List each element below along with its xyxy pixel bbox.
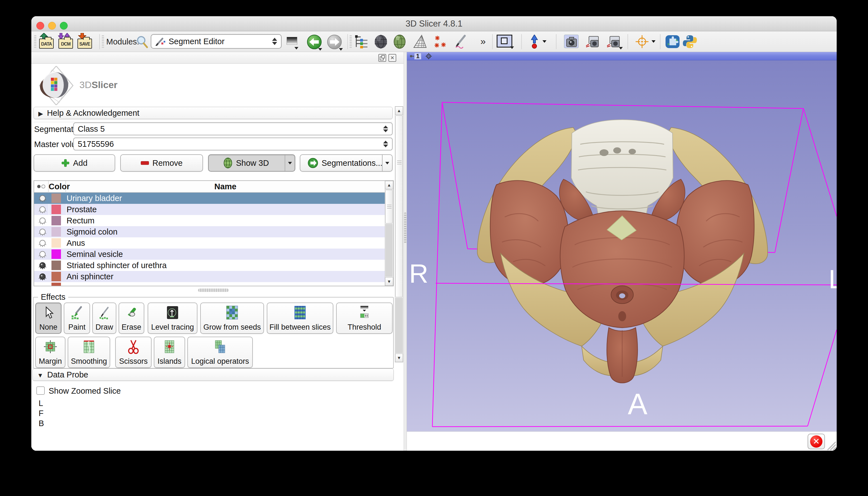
add-segment-button[interactable]: Add bbox=[34, 154, 115, 172]
undock-panel-button[interactable] bbox=[378, 54, 386, 62]
threed-canvas[interactable]: R L A bbox=[407, 60, 837, 431]
visibility-toggle-icon[interactable] bbox=[37, 261, 48, 269]
module-history-button[interactable] bbox=[286, 35, 298, 49]
scrollbar-thumb[interactable] bbox=[385, 190, 393, 223]
toolbar-handle[interactable] bbox=[102, 35, 104, 48]
visibility-toggle-icon[interactable] bbox=[37, 194, 48, 202]
view-label-chip[interactable]: 1 bbox=[414, 53, 421, 60]
effect-fill-between-slices-button[interactable]: Fill between slices bbox=[267, 303, 333, 334]
effect-erase-button[interactable]: Erase bbox=[119, 303, 144, 334]
pin-icon[interactable] bbox=[409, 53, 415, 59]
segment-row[interactable]: Prostate bbox=[34, 204, 385, 215]
segment-color-swatch[interactable] bbox=[51, 227, 61, 236]
volume-rendering-icon[interactable] bbox=[392, 35, 407, 49]
segment-color-swatch[interactable] bbox=[51, 261, 61, 270]
panel-viewport-splitter[interactable] bbox=[404, 52, 407, 451]
fiducial-icon[interactable] bbox=[433, 35, 448, 49]
segment-table-scrollbar[interactable]: ▲ ▼ bbox=[385, 181, 393, 286]
error-close-button[interactable]: ✕ bbox=[808, 434, 825, 449]
visibility-toggle-icon[interactable] bbox=[37, 205, 48, 214]
segmentations-module-button[interactable]: Segmentations... bbox=[300, 154, 393, 172]
remove-segment-button[interactable]: Remove bbox=[120, 154, 203, 172]
segmentation-combo[interactable]: Class 5 bbox=[73, 122, 393, 135]
segment-row[interactable]: Ani sphincter bbox=[34, 271, 385, 282]
name-column-header[interactable]: Name bbox=[66, 181, 385, 192]
master-volume-combo[interactable]: 51755596 bbox=[73, 138, 393, 151]
effect-islands-button[interactable]: Islands bbox=[154, 337, 185, 368]
volume-icon[interactable] bbox=[373, 35, 389, 49]
segment-row[interactable]: Seminal vesicle bbox=[34, 249, 385, 260]
scroll-down-button[interactable]: ▼ bbox=[385, 277, 393, 286]
visibility-toggle-icon[interactable] bbox=[37, 250, 48, 258]
effect-threshold-button[interactable]: Threshold bbox=[336, 303, 393, 334]
effect-grow-from-seeds-button[interactable]: Grow from seeds bbox=[200, 303, 264, 334]
help-acknowledgement-section[interactable]: ▶Help & Acknowledgement bbox=[34, 107, 393, 119]
scrollbar-thumb[interactable] bbox=[396, 115, 403, 297]
visibility-toggle-icon[interactable] bbox=[37, 272, 48, 281]
horizontal-splitter-handle[interactable] bbox=[198, 289, 229, 292]
visibility-column-header[interactable] bbox=[34, 181, 49, 192]
annotation-pencil-icon[interactable] bbox=[453, 35, 468, 49]
scrollbar-track[interactable] bbox=[396, 298, 403, 353]
dicom-button[interactable]: DCM bbox=[59, 35, 74, 49]
toolbar-handle[interactable] bbox=[350, 35, 352, 48]
module-spinner[interactable] bbox=[270, 36, 279, 46]
data-probe-section[interactable]: ▼Data Probe bbox=[32, 369, 394, 381]
crosshair-button[interactable] bbox=[635, 35, 657, 49]
mesh-icon[interactable] bbox=[412, 35, 427, 49]
close-panel-button[interactable]: ✕ bbox=[388, 54, 396, 62]
effect-paint-button[interactable]: Paint bbox=[64, 303, 90, 334]
segment-color-swatch[interactable] bbox=[51, 272, 61, 281]
show-3d-dropdown[interactable] bbox=[285, 155, 295, 171]
effect-smoothing-button[interactable]: Smoothing bbox=[68, 337, 110, 368]
segment-color-swatch[interactable] bbox=[51, 238, 61, 248]
module-hierarchy-icon[interactable] bbox=[355, 35, 369, 49]
scroll-up-button[interactable]: ▲ bbox=[395, 107, 403, 115]
segment-color-swatch[interactable] bbox=[51, 216, 61, 226]
screenshot-button[interactable] bbox=[564, 35, 580, 49]
segment-color-swatch[interactable] bbox=[51, 283, 61, 286]
visibility-toggle-icon[interactable] bbox=[37, 216, 48, 225]
segment-row[interactable]: Anus bbox=[34, 237, 385, 249]
effect-draw-button[interactable]: Draw bbox=[92, 303, 116, 334]
toolbar-handle[interactable] bbox=[34, 35, 36, 48]
segmentations-dropdown[interactable] bbox=[382, 155, 392, 171]
panel-scrollbar[interactable]: ▲ ▼ bbox=[395, 106, 403, 362]
resize-grip[interactable] bbox=[826, 439, 836, 450]
segment-row[interactable]: Sigmoid colon bbox=[34, 226, 385, 237]
module-search-icon[interactable] bbox=[136, 35, 148, 49]
segment-color-swatch[interactable] bbox=[51, 249, 61, 259]
show-zoomed-slice-checkbox[interactable] bbox=[36, 386, 45, 395]
effect-logical-operators-button[interactable]: Logical operators bbox=[187, 337, 253, 368]
segment-row-partial[interactable] bbox=[34, 282, 385, 286]
python-console-button[interactable] bbox=[682, 35, 698, 49]
save-button[interactable]: SAVE bbox=[77, 35, 93, 49]
scene-view-button[interactable] bbox=[585, 35, 601, 49]
color-column-header[interactable]: Color bbox=[49, 181, 66, 192]
segmentation-spinner[interactable] bbox=[382, 124, 390, 134]
viewport-header-bar[interactable]: 1 bbox=[407, 52, 837, 60]
effect-margin-button[interactable]: Margin bbox=[35, 337, 65, 368]
module-forward-button[interactable] bbox=[327, 35, 344, 49]
mouse-interaction-mode-button[interactable] bbox=[530, 35, 549, 49]
segment-color-swatch[interactable] bbox=[51, 193, 61, 203]
master-volume-spinner[interactable] bbox=[382, 139, 390, 149]
segment-row[interactable]: Urinary bladder bbox=[34, 192, 385, 204]
visibility-toggle-icon[interactable] bbox=[37, 228, 48, 236]
scroll-down-button[interactable]: ▼ bbox=[395, 354, 403, 362]
module-selector-combo[interactable]: Segment Editor bbox=[151, 34, 282, 49]
layout-selector-button[interactable] bbox=[497, 35, 514, 49]
load-data-button[interactable]: DATA bbox=[39, 35, 55, 49]
segment-color-swatch[interactable] bbox=[51, 205, 61, 214]
pelvis-segmentation-model[interactable] bbox=[477, 120, 768, 383]
effect-none-button[interactable]: None bbox=[35, 303, 62, 334]
toolbar-overflow-chevron[interactable]: » bbox=[480, 35, 486, 49]
view-controller-icon[interactable] bbox=[425, 53, 432, 60]
show-3d-button[interactable]: Show 3D bbox=[208, 154, 295, 172]
scrollbar-track[interactable] bbox=[385, 224, 393, 277]
effect-level-tracing-button[interactable]: Level tracing bbox=[148, 303, 198, 334]
scroll-up-button[interactable]: ▲ bbox=[385, 181, 393, 189]
segment-row[interactable]: Rectum bbox=[34, 215, 385, 226]
visibility-toggle-icon[interactable] bbox=[37, 239, 48, 247]
restore-scene-view-button[interactable] bbox=[606, 35, 623, 49]
